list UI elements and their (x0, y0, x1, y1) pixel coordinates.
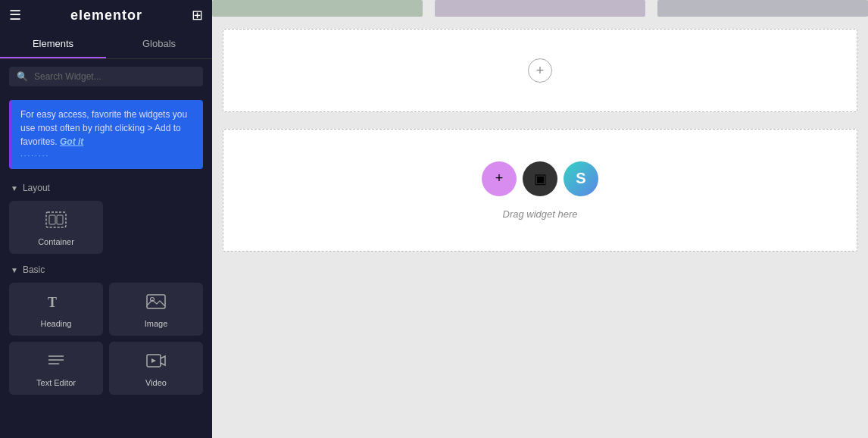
video-label: Video (145, 378, 167, 387)
svg-text:T: T (48, 295, 57, 310)
drop-zone: + ▣ S Drag widget here (223, 130, 857, 251)
widget-image[interactable]: Image (109, 283, 203, 336)
widget-circles: + ▣ S (482, 161, 598, 196)
s-widget-circle[interactable]: S (564, 161, 598, 196)
widget-video[interactable]: Video (109, 342, 203, 395)
add-section-button[interactable]: + (528, 58, 552, 83)
tip-text: For easy access, favorite the widgets yo… (20, 109, 187, 147)
images-strip (212, 0, 868, 17)
image-thumb-2 (435, 0, 645, 17)
container-icon (45, 211, 67, 233)
tab-globals[interactable]: Globals (106, 30, 212, 58)
canvas-drop-section: + ▣ S Drag widget here (223, 129, 857, 252)
widget-heading[interactable]: T Heading (9, 283, 103, 336)
search-input[interactable] (34, 71, 195, 82)
svg-rect-4 (147, 295, 165, 308)
layout-arrow-icon: ▼ (11, 184, 18, 192)
svg-marker-10 (151, 358, 156, 363)
topbar: ☰ elementor ⊞ (0, 0, 212, 30)
drag-widget-text: Drag widget here (503, 208, 578, 220)
heading-label: Heading (41, 319, 72, 328)
search-box: 🔍 (9, 67, 203, 86)
search-container: 🔍 (0, 59, 212, 94)
image-icon (146, 293, 166, 314)
image-label: Image (145, 319, 168, 328)
canvas-empty-section: + (223, 29, 857, 112)
logo: elementor (70, 8, 142, 23)
grid-icon[interactable]: ⊞ (192, 7, 203, 23)
hamburger-icon[interactable]: ☰ (9, 7, 21, 23)
text-editor-label: Text Editor (36, 378, 76, 387)
tab-elements[interactable]: Elements (0, 30, 106, 58)
image-thumb-1 (212, 0, 423, 17)
search-icon: 🔍 (17, 71, 28, 82)
image-thumb-3 (657, 0, 868, 17)
tabs: Elements Globals (0, 30, 212, 59)
container-label: Container (38, 237, 74, 246)
widget-sections: ▼ Layout Container ▼ Basic (0, 175, 212, 438)
text-editor-icon (46, 352, 66, 374)
tip-dots: ········ (20, 150, 194, 161)
widget-text-editor[interactable]: Text Editor (9, 342, 103, 395)
video-icon (146, 352, 166, 374)
folder-widget-circle[interactable]: ▣ (523, 161, 557, 196)
basic-widgets-grid: T Heading Image (0, 280, 212, 398)
layout-widgets-grid: Container (0, 198, 212, 257)
basic-label: Basic (23, 264, 45, 275)
canvas-area: + + ▣ S Drag widget here (212, 0, 868, 438)
section-layout-header[interactable]: ▼ Layout (0, 175, 212, 198)
svg-rect-1 (49, 215, 55, 224)
add-widget-circle[interactable]: + (482, 161, 517, 196)
basic-arrow-icon: ▼ (11, 266, 18, 274)
heading-icon: T (46, 293, 66, 314)
tip-banner: For easy access, favorite the widgets yo… (9, 100, 203, 169)
tip-got-it[interactable]: Got it (60, 136, 83, 147)
widget-container[interactable]: Container (9, 201, 103, 254)
sidebar: ☰ elementor ⊞ Elements Globals 🔍 For eas… (0, 0, 212, 438)
layout-label: Layout (23, 183, 50, 193)
svg-rect-2 (57, 215, 63, 224)
section-basic-header[interactable]: ▼ Basic (0, 257, 212, 280)
